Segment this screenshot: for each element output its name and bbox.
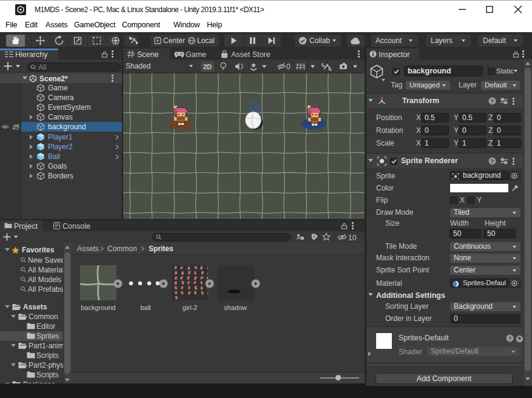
svg-text:?: ?	[491, 98, 494, 104]
svg-text:0: 0	[286, 62, 291, 71]
svg-text:?: ?	[491, 158, 494, 164]
svg-text:?: ?	[508, 336, 512, 342]
